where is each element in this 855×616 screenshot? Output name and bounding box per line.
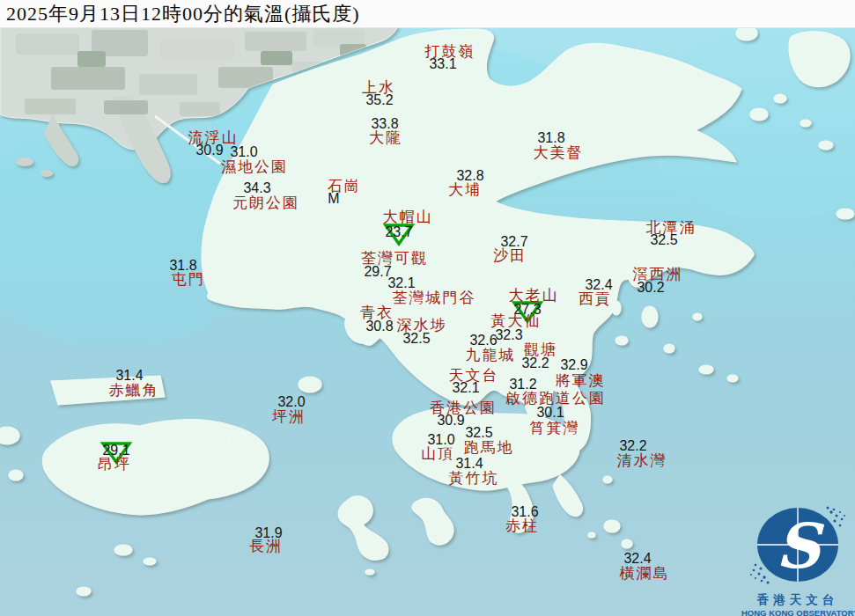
station-temperature-value: 32.2 (521, 356, 549, 370)
station-temperature-value: 31.4 (115, 369, 143, 383)
station-temperature-value: 31.0 (427, 433, 454, 447)
station-temperature-value: 30.8 (365, 319, 393, 334)
station-temperature-value: 31.0 (230, 145, 257, 159)
station-name: 橫瀾島 (620, 566, 670, 581)
station-name: 山頂 (421, 446, 454, 461)
station-name: 濕地公園 (221, 159, 288, 174)
station-temperature-value: 31.9 (254, 526, 282, 540)
station-temperature-value: 31.4 (455, 457, 483, 471)
station-name: 荃灣城門谷 (393, 290, 476, 305)
svg-text:S: S (776, 510, 825, 583)
station-name: 黃竹坑 (449, 471, 499, 486)
station-temperature-value: 34.3 (243, 181, 270, 195)
station-temperature-value: 29.1 (102, 444, 129, 458)
station-name: 青衣 (360, 305, 394, 320)
station-name: 昂坪 (98, 457, 131, 472)
station-temperature-value: 30.2 (637, 281, 664, 295)
station-name: 筲箕灣 (530, 421, 580, 436)
station-name: 大埔 (448, 182, 482, 197)
station-name: 跑馬地 (464, 440, 514, 455)
station-temperature-value: 31.2 (509, 378, 536, 392)
station-name: 觀塘 (524, 342, 557, 357)
station-temperature-value: 32.0 (277, 395, 305, 409)
station-name: 大美督 (534, 145, 584, 160)
station-name: 荃灣可觀 (361, 251, 428, 266)
station-temperature-value: 30.1 (536, 406, 564, 420)
station-temperature-value: 32.8 (456, 169, 483, 183)
station-name: 赤柱 (505, 518, 539, 533)
station-name: 大隴 (369, 130, 402, 145)
station-temperature-value: 32.5 (650, 233, 677, 247)
station-name: 長洲 (249, 539, 283, 554)
station-temperature-value: 32.3 (495, 328, 522, 342)
station-temperature-value: 31.6 (511, 505, 538, 519)
station-temperature-value: 35.2 (365, 93, 393, 107)
station-temperature-value: 32.2 (619, 439, 646, 453)
station-temperature-value: 30.9 (437, 414, 464, 428)
station-temperature-value: 32.4 (585, 278, 612, 292)
page-title: 2025年9月13日12時00分的氣溫(攝氏度) (0, 1, 360, 27)
station-name: 清水灣 (617, 453, 667, 468)
station-name: 沙田 (493, 248, 527, 263)
title-bar: 2025年9月13日12時00分的氣溫(攝氏度) (0, 0, 855, 28)
station-name: 西貢 (579, 291, 612, 306)
station-temperature-value: 31.8 (537, 131, 564, 145)
station-name: 啟德跑道公園 (505, 391, 606, 406)
station-temperature-value: 32.6 (469, 334, 497, 348)
station-name: 將軍澳 (556, 373, 606, 388)
hko-logo-english-name: HONG KONG OBSERVATORY (741, 608, 854, 616)
station-name: 赤鱲角 (109, 383, 159, 398)
station-name: 元朗公園 (232, 195, 299, 210)
station-temperature-value: 32.5 (402, 332, 430, 346)
station-name: 深水埗 (397, 318, 447, 333)
station-temperature-value: 32.5 (465, 426, 492, 440)
station-name: 九龍城 (466, 348, 516, 363)
station-name: 坪洲 (272, 409, 306, 424)
station-temperature-value: 32.1 (452, 381, 479, 395)
station-name: 屯門 (172, 272, 205, 287)
station-temperature-value: 32.9 (560, 358, 587, 372)
station-name: 滘西洲 (633, 267, 683, 282)
station-name: 大老山 (509, 288, 559, 303)
station-name: 大帽山 (383, 209, 433, 224)
station-temperature-value: 23.7 (385, 225, 412, 239)
station-temperature-value: 33.8 (371, 117, 398, 131)
hko-logo-chinese-name: 香港天文台 (741, 592, 854, 608)
station-temperature-value: 30.9 (195, 143, 223, 158)
station-temperature-value: 32.4 (623, 552, 651, 566)
hko-logo-icon: S (747, 503, 849, 588)
station-temperature-value: 32.7 (500, 235, 527, 249)
station-temperature-value: 33.1 (429, 57, 456, 71)
station-temperature-value: M (328, 192, 339, 206)
hko-logo: S 香港天文台 HONG KONG OBSERVATORY (741, 503, 854, 616)
temperature-map-screen: 2025年9月13日12時00分的氣溫(攝氏度) 打鼓嶺33.1上水35.2大隴… (0, 0, 855, 616)
station-name: 黃大仙 (491, 313, 542, 328)
station-temperature-value: 31.8 (169, 259, 196, 273)
station-temperature-value: 32.1 (387, 276, 415, 290)
station-labels-layer: 打鼓嶺33.1上水35.2大隴33.8流浮山30.9濕地公園31.0大美督31.… (0, 0, 855, 616)
